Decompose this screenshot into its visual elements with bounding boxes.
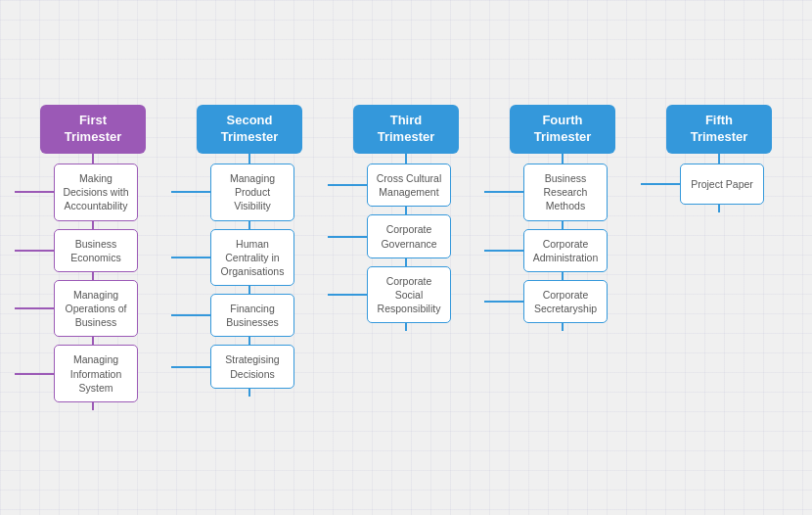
node-wrapper: Corporate Secretaryship [484, 280, 641, 323]
vertical-connector [92, 154, 94, 164]
course-node: Managing Information System [54, 345, 138, 402]
course-node: Corporate Social Responsibility [367, 266, 451, 324]
vertical-connector [718, 154, 720, 164]
course-label: Corporate Social Responsibility [374, 274, 444, 316]
course-node: Business Research Methods [523, 164, 608, 221]
course-node: Managing Operations of Business [54, 280, 138, 338]
diagram: First TrimesterMaking Decisions with Acc… [10, 95, 802, 420]
node-wrapper: Managing Operations of Business [15, 280, 171, 338]
course-label: Human Centrality in Organisations [217, 237, 288, 279]
trimester-header-1: First Trimester [40, 105, 146, 154]
node-wrapper: Project Paper [641, 164, 797, 205]
column-col3: Third TrimesterCross Cultural Management… [328, 105, 484, 331]
course-label: Corporate Governance [374, 222, 444, 250]
course-label: Business Research Methods [530, 171, 601, 213]
course-node: Strategising Decisions [210, 345, 294, 388]
node-wrapper: Corporate Governance [328, 214, 484, 258]
items-list-3: Cross Cultural ManagementCorporate Gover… [328, 164, 484, 331]
items-list-1: Making Decisions with AccountabilityBusi… [15, 164, 171, 410]
course-label: Cross Cultural Management [374, 171, 444, 199]
items-list-4: Business Research MethodsCorporate Admin… [484, 164, 641, 331]
course-label: Financing Businesses [217, 302, 288, 329]
course-label: Project Paper [691, 177, 753, 191]
trimester-header-3: Third Trimester [353, 105, 459, 154]
node-wrapper: Managing Information System [15, 345, 171, 402]
trimester-header-5: Fifth Trimester [666, 105, 772, 154]
trimester-header-2: Second Trimester [197, 105, 302, 154]
vertical-connector [562, 154, 564, 164]
course-node: Corporate Administration [523, 229, 608, 272]
items-list-5: Project Paper [641, 164, 797, 212]
course-label: Corporate Secretaryship [530, 288, 601, 315]
course-label: Corporate Administration [530, 237, 601, 264]
vertical-connector [405, 154, 407, 164]
vertical-connector [248, 154, 250, 164]
column-col5: Fifth TrimesterProject Paper [641, 105, 797, 212]
course-label: Managing Information System [61, 352, 131, 395]
course-node: Cross Cultural Management [367, 164, 451, 207]
node-wrapper: Strategising Decisions [171, 345, 328, 388]
trimester-header-4: Fourth Trimester [510, 105, 615, 154]
course-node: Project Paper [680, 164, 764, 205]
node-wrapper: Corporate Social Responsibility [328, 266, 484, 324]
node-wrapper: Corporate Administration [484, 229, 641, 272]
course-node: Corporate Secretaryship [523, 280, 608, 323]
course-label: Strategising Decisions [217, 352, 288, 380]
course-node: Corporate Governance [367, 214, 451, 258]
node-wrapper: Cross Cultural Management [328, 164, 484, 207]
node-wrapper: Business Research Methods [484, 164, 641, 221]
items-list-2: Managing Product VisibilityHuman Central… [171, 164, 328, 397]
column-col4: Fourth TrimesterBusiness Research Method… [484, 105, 641, 331]
